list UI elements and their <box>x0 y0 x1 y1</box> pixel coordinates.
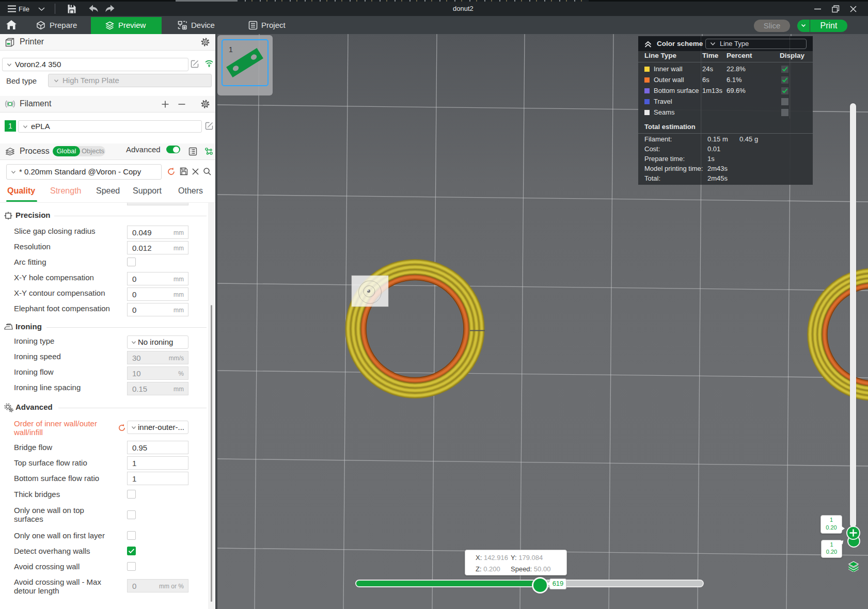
svg-text:File: File <box>19 5 29 13</box>
